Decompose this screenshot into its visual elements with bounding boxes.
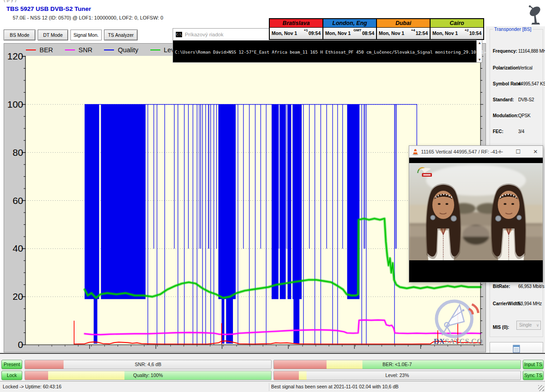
field-value: 11164,888 MHz	[518, 49, 545, 54]
list-button-icon	[513, 345, 520, 353]
snr-bar-label: SNR: 4,6 dB	[25, 360, 271, 369]
ber-bar: BER: <1.0E-7	[273, 360, 521, 369]
quality-bar: Quality: 100%	[25, 371, 272, 380]
clock-dubai: Dubai Mon, Nov 1 +4 12:54	[377, 19, 431, 39]
clock-cairo: Cairo Mon, Nov 1 +2 10:54	[431, 19, 483, 39]
input-ts-button[interactable]: Input TS	[523, 360, 544, 369]
present-button[interactable]: Present	[1, 360, 22, 369]
world-clock-panel: Bratislava Mon, Nov 1 +1 09:54 London, E…	[269, 18, 484, 40]
cmd-prompt-line: C:\Users\Roman Dávid>NSS 12-57°E_East Af…	[175, 50, 486, 55]
bs-mode-button[interactable]: BS Mode	[4, 30, 35, 40]
signal-mon-button[interactable]: Signal Mon.	[70, 30, 102, 40]
clock-date: Mon, Nov 1	[432, 30, 458, 36]
field-value: 53,994 MHz	[518, 301, 542, 306]
clock-time: 09:54	[308, 30, 321, 36]
clock-city: Cairo	[431, 19, 483, 28]
ber-bar-label: BER: <1.0E-7	[274, 360, 520, 369]
cmd-icon: C:\	[176, 32, 182, 37]
field-mis: MIS (0): Single∨	[493, 323, 541, 331]
field-label: BitRate:	[493, 284, 510, 289]
clock-bratislava: Bratislava Mon, Nov 1 +1 09:54	[270, 19, 323, 39]
app-title: TBS 5927 USB DVB-S2 Tuner	[6, 5, 91, 12]
clock-time: 12:54	[416, 30, 428, 36]
snr-bar: SNR: 4,6 dB	[25, 360, 272, 369]
resize-grip[interactable]	[538, 385, 544, 391]
clock-date: Mon, Nov 1	[379, 30, 404, 36]
field-value: 66,953 Mbit/s	[518, 284, 544, 289]
clock-offset: +4	[411, 28, 415, 32]
svg-text:DXSATCS.COM: DXSATCS.COM	[434, 337, 483, 346]
field-label: Modulation:	[493, 113, 519, 118]
sync-ts-button[interactable]: Sync TS	[523, 371, 544, 380]
ts-analyzer-button[interactable]: TS Analyzer (OK)	[104, 30, 138, 40]
best-signal-status: Best signal has been seen at 2021-11-01 …	[271, 384, 399, 389]
clock-offset: GMT	[353, 28, 362, 32]
close-icon[interactable]: ✕	[529, 146, 542, 158]
field-label: Symbol Rate:	[493, 81, 522, 86]
field-value: QPSK	[518, 113, 530, 118]
transponder-title: Transponder [BS]	[493, 26, 533, 32]
mis-dropdown[interactable]: Single∨	[516, 321, 541, 330]
minimize-icon[interactable]: —	[493, 146, 507, 158]
clock-offset: +1	[304, 28, 308, 32]
cmd-window-title: Príkazový riadok	[185, 32, 223, 37]
dxsatcs-logo: DXSATCS.COM	[430, 299, 483, 346]
clock-city: Bratislava	[270, 19, 322, 28]
maximize-icon[interactable]: ☐	[511, 146, 525, 158]
level-bar-label: Level: 23%	[274, 371, 520, 380]
video-frame[interactable]	[409, 158, 543, 282]
status-divider	[269, 383, 269, 391]
vlc-player-window: 11165 Vertical 44995,547 / RF: -41 SNR: …	[409, 145, 543, 283]
clock-body: Mon, Nov 1 +4 12:54	[377, 28, 430, 39]
status-bars-panel: Present SNR: 4,6 dB Lock Quality: 100% B…	[0, 354, 545, 381]
clock-body: Mon, Nov 1 +1 09:54	[270, 28, 322, 39]
clock-date: Mon, Nov 1	[325, 30, 351, 36]
dt-mode-button[interactable]: DT Mode	[38, 30, 68, 40]
field-value: DVB-S2	[518, 97, 534, 102]
field-value: Vertical	[518, 65, 532, 70]
scroll-down-icon[interactable]: ▼	[477, 58, 482, 62]
desktop: { "app": { "title": "TBS 5927 USB DVB-S2…	[0, 0, 545, 392]
clock-body: Mon, Nov 1 +2 10:54	[431, 28, 483, 39]
vlc-titlebar[interactable]: 11165 Vertical 44995,547 / RF: -41 SNR: …	[409, 146, 543, 158]
field-value: 44995,547 KS/s	[518, 81, 545, 86]
clock-city: London, Eng	[323, 19, 376, 28]
field-label: Standard:	[493, 97, 514, 102]
clock-date: Mon, Nov 1	[272, 30, 297, 36]
cmd-scrollbar[interactable]: ▲ ▼	[476, 40, 482, 62]
field-label: Frequency:	[493, 49, 517, 54]
app-subtitle: 57.0E - NSS 12 (ID: 0570) @ LOF1: 100000…	[13, 15, 163, 20]
lock-uptime-status: Locked -> Uptime: 60:43:16	[3, 384, 61, 389]
clock-body: Mon, Nov 1 GMT 08:54	[323, 28, 376, 39]
clock-time: 10:54	[469, 30, 481, 36]
clipped-text-artifact: ( p y )	[4, 0, 54, 3]
clock-time: 08:54	[362, 30, 374, 36]
status-bar: Locked -> Uptime: 60:43:16 Best signal h…	[0, 381, 545, 392]
lock-button[interactable]: Lock	[1, 371, 22, 380]
satellite-dish-icon	[525, 5, 543, 25]
watermark-dx: DX	[434, 337, 445, 346]
field-label: MIS (0):	[493, 325, 509, 330]
clock-offset: +2	[465, 28, 469, 32]
field-label: CarrierWidth:	[493, 301, 522, 306]
level-bar: Level: 23%	[273, 371, 521, 380]
chevron-down-icon: ∨	[536, 321, 539, 329]
quality-bar-label: Quality: 100%	[25, 371, 271, 380]
scroll-up-icon[interactable]: ▲	[477, 41, 482, 45]
field-label: FEC:	[493, 129, 503, 134]
vlc-cone-icon	[412, 149, 419, 155]
field-value: 3/4	[518, 129, 524, 134]
mis-value: Single	[519, 323, 532, 327]
clock-london: London, Eng Mon, Nov 1 GMT 08:54	[323, 19, 377, 39]
cmd-output-area[interactable]: C:\Users\Roman Dávid>NSS 12-57°E_East Af…	[173, 40, 476, 62]
field-label: Polarization:	[493, 65, 520, 70]
watermark-rest: SATCS.COM	[445, 337, 483, 346]
clock-city: Dubai	[377, 19, 430, 28]
vlc-window-title: 11165 Vertical 44995,547 / RF: -41 SNR: …	[421, 149, 500, 154]
